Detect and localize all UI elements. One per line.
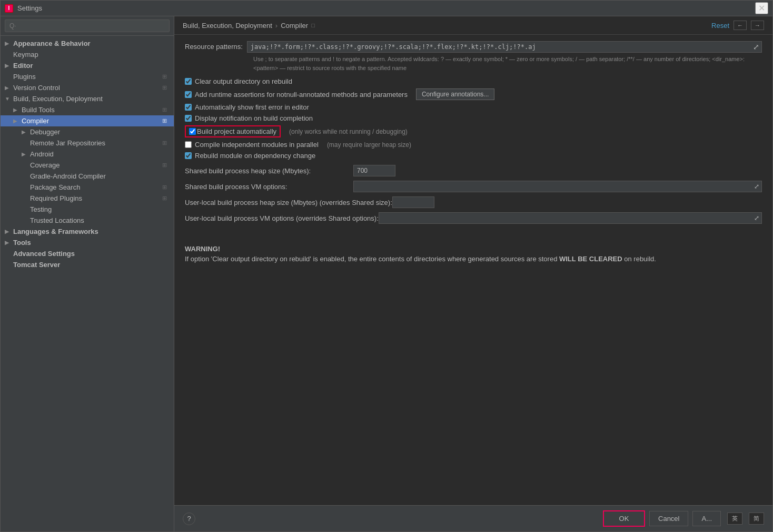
sidebar-item-build-execution[interactable]: ▼ Build, Execution, Deployment (1, 93, 174, 104)
checkbox-build-auto-row: Build project automatically (only works … (185, 125, 762, 137)
sidebar-item-label: Editor (13, 62, 33, 70)
arrow-icon: ▶ (5, 240, 13, 245)
checkbox-rebuild-input[interactable] (185, 152, 192, 159)
sidebar-item-keymap[interactable]: Keymap (1, 49, 174, 60)
sidebar-item-label: Required Plugins (30, 194, 82, 202)
user-vm-input[interactable] (379, 214, 752, 222)
sidebar-item-tomcat[interactable]: Tomcat Server (1, 259, 174, 270)
resource-patterns-label: Resource patterns: (185, 41, 243, 51)
sidebar-item-plugins[interactable]: Plugins ⊞ (1, 71, 174, 82)
arrow-icon: ▶ (22, 151, 30, 157)
sidebar-item-build-tools[interactable]: ▶ Build Tools ⊞ (1, 104, 174, 115)
resource-patterns-input-wrap: ⤢ (247, 41, 762, 53)
back-button[interactable]: ← (734, 21, 747, 30)
app-icon: I (5, 4, 13, 13)
gear-icon: ⊞ (162, 162, 170, 169)
configure-annotations-button[interactable]: Configure annotations... (416, 88, 494, 100)
checkbox-assertions-input[interactable] (185, 91, 192, 98)
checkbox-parallel-label: Compile independent modules in parallel (195, 141, 319, 149)
arrow-icon: ▶ (5, 41, 13, 46)
sidebar-item-tools[interactable]: ▶ Tools (1, 237, 174, 248)
help-button[interactable]: ? (183, 513, 195, 525)
sidebar-item-debugger[interactable]: ▶ Debugger (1, 126, 174, 137)
resource-patterns-input[interactable] (247, 42, 751, 52)
resource-patterns-hint: Use ; to separate patterns and ! to nega… (253, 55, 762, 72)
forward-button[interactable]: → (751, 21, 764, 30)
footer: ? OK Cancel A... 英 简 (174, 505, 772, 531)
resource-patterns-row: Resource patterns: ⤢ (185, 41, 762, 53)
sidebar-item-gradle-android[interactable]: Gradle-Android Compiler (1, 171, 174, 182)
header-actions: Reset ← → (711, 21, 764, 30)
ok-button[interactable]: OK (603, 510, 645, 527)
checkbox-show-error-input[interactable] (185, 104, 192, 111)
search-input[interactable] (5, 19, 170, 32)
sidebar-item-android[interactable]: ▶ Android (1, 149, 174, 160)
user-vm-label: User-local build process VM options (ove… (185, 214, 379, 222)
sidebar-item-label: Plugins (13, 73, 36, 81)
user-vm-expand-button[interactable]: ⤢ (752, 213, 761, 223)
close-button[interactable]: ✕ (755, 2, 768, 14)
checkbox-build-auto-input[interactable] (189, 128, 196, 135)
title-bar: I Settings ✕ (1, 1, 772, 16)
breadcrumb-parent[interactable]: Build, Execution, Deployment (183, 22, 272, 29)
gear-icon: ⊞ (162, 140, 170, 147)
parallel-note: (may require larger heap size) (327, 141, 411, 149)
sidebar-item-appearance[interactable]: ▶ Appearance & Behavior (1, 38, 174, 49)
breadcrumb-arrow: › (275, 22, 278, 29)
lang-zh-button[interactable]: 简 (749, 513, 764, 525)
cancel-button[interactable]: Cancel (649, 511, 688, 526)
sidebar-item-testing[interactable]: Testing (1, 204, 174, 215)
sidebar-item-label: Build, Execution, Deployment (13, 95, 103, 103)
user-heap-input[interactable] (392, 196, 434, 208)
vm-options-expand-button[interactable]: ⤢ (752, 182, 761, 191)
settings-window: I Settings ✕ ▶ Appearance & Behavior Key… (0, 0, 773, 532)
sidebar-item-version-control[interactable]: ▶ Version Control ⊞ (1, 82, 174, 93)
sidebar-item-package-search[interactable]: Package Search ⊞ (1, 182, 174, 193)
reset-button[interactable]: Reset (711, 22, 729, 29)
heap-size-row: Shared build process heap size (Mbytes): (185, 165, 762, 176)
gear-icon: ⊞ (162, 195, 170, 202)
gear-icon: ⊞ (162, 73, 170, 81)
main-content: Resource patterns: ⤢ Use ; to separate p… (174, 35, 772, 505)
sidebar-item-label: Compiler (22, 117, 49, 125)
checkbox-assertions-row: Add runtime assertions for notnull-annot… (185, 88, 762, 100)
build-auto-highlight-box: Build project automatically (185, 125, 281, 137)
vm-options-input[interactable] (354, 183, 752, 191)
checkbox-assertions-label: Add runtime assertions for notnull-annot… (195, 91, 408, 98)
checkbox-parallel-input[interactable] (185, 141, 192, 148)
sidebar-item-label: Build Tools (22, 106, 55, 114)
lang-en-button[interactable]: 英 (727, 513, 742, 525)
sidebar-item-label: Remote Jar Repositories (30, 139, 105, 147)
vm-options-label: Shared build process VM options: (185, 183, 353, 191)
checkbox-build-auto-label: Build project automatically (197, 127, 276, 135)
sidebar-item-required-plugins[interactable]: Required Plugins ⊞ (1, 193, 174, 204)
sidebar-item-languages[interactable]: ▶ Languages & Frameworks (1, 226, 174, 237)
sidebar-item-label: Android (30, 150, 54, 158)
checkbox-show-error-label: Automatically show first error in editor (195, 103, 309, 111)
sidebar-item-editor[interactable]: ▶ Editor (1, 60, 174, 71)
sidebar-item-label: Coverage (30, 161, 60, 169)
warning-title: WARNING! (185, 245, 762, 253)
sidebar-item-remote-jar[interactable]: Remote Jar Repositories ⊞ (1, 137, 174, 149)
sidebar-item-compiler[interactable]: ▶ Compiler ⊞ (1, 115, 174, 126)
sidebar-item-trusted-locations[interactable]: Trusted Locations (1, 215, 174, 226)
apply-button[interactable]: A... (692, 511, 721, 526)
heap-size-input[interactable] (353, 165, 395, 176)
user-vm-input-wrap: ⤢ (379, 212, 762, 224)
main-header: Build, Execution, Deployment › Compiler … (174, 16, 772, 35)
sidebar-item-label: Advanced Settings (13, 250, 75, 258)
gear-icon: ⊞ (162, 184, 170, 191)
sidebar-item-label: Tools (13, 239, 31, 247)
arrow-icon: ▶ (22, 129, 30, 135)
checkbox-notification-input[interactable] (185, 115, 192, 122)
expand-resource-button[interactable]: ⤢ (751, 42, 761, 52)
sidebar: ▶ Appearance & Behavior Keymap ▶ Editor … (1, 16, 174, 531)
gear-icon: ⊞ (162, 84, 170, 92)
checkbox-clear-output-label: Clear output directory on rebuild (195, 77, 292, 85)
user-heap-row: User-local build process heap size (Mbyt… (185, 196, 762, 208)
user-heap-label: User-local build process heap size (Mbyt… (185, 199, 392, 206)
checkbox-clear-output-input[interactable] (185, 78, 192, 85)
arrow-icon: ▼ (5, 96, 13, 102)
sidebar-item-advanced[interactable]: Advanced Settings (1, 248, 174, 259)
sidebar-item-coverage[interactable]: Coverage ⊞ (1, 160, 174, 171)
